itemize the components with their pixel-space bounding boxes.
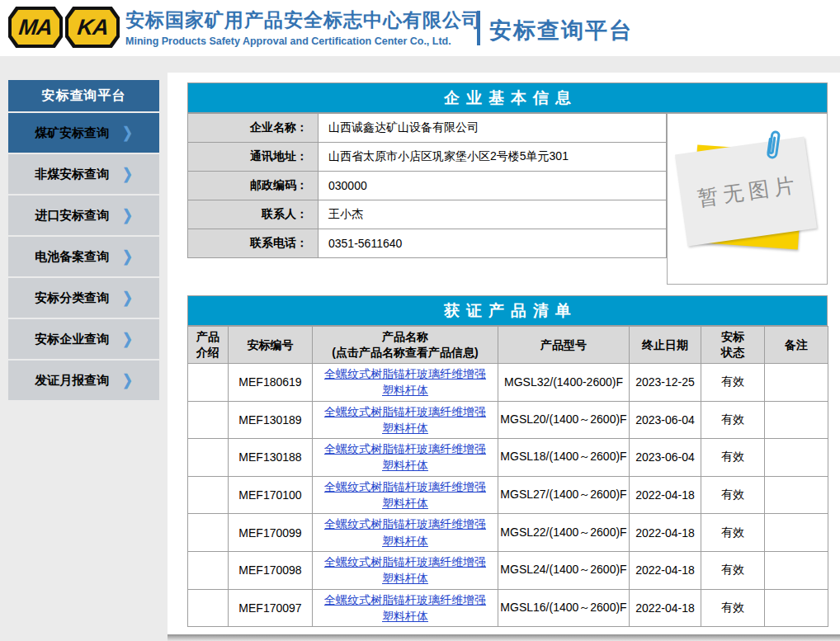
product-table-body: MEF180619全螺纹式树脂锚杆玻璃纤维增强塑料杆体MGSL32/(1400-…: [188, 364, 828, 627]
company-info-section: 企业基本信息 企业名称：山西诚鑫达矿山设备有限公司通讯地址：山西省太原市小店区巩…: [187, 82, 828, 285]
info-row: 联系电话：0351-5611640: [188, 229, 667, 258]
main-panel: 企业基本信息 企业名称：山西诚鑫达矿山设备有限公司通讯地址：山西省太原市小店区巩…: [168, 73, 840, 634]
product-code-cell: MEF170097: [229, 589, 313, 627]
info-row: 联系人：王小杰: [188, 200, 667, 229]
product-enddate-cell: 2022-04-18: [630, 589, 701, 627]
product-status-cell: 有效: [701, 439, 765, 477]
info-label: 企业名称：: [188, 114, 319, 143]
product-list-title: 获证产品清单: [187, 295, 828, 326]
product-enddate-cell: 2022-04-18: [630, 514, 701, 552]
product-table: 产品 介绍安标编号产品名称 (点击产品名称查看产品信息)产品型号终止日期安标 状…: [187, 326, 828, 627]
sidebar-title: 安标查询平台: [8, 80, 159, 111]
product-enddate-cell: 2022-04-18: [630, 551, 701, 589]
product-remark-cell: [765, 589, 828, 627]
chevron-right-icon: ❯: [122, 165, 133, 183]
product-status-cell: 有效: [701, 551, 765, 589]
product-remark-cell: [765, 476, 828, 514]
info-label: 联系电话：: [188, 229, 319, 258]
product-intro-cell: [188, 476, 229, 514]
sidebar-item-4[interactable]: 电池备案查询❯: [8, 237, 159, 276]
product-name-cell: 全螺纹式树脂锚杆玻璃纤维增强塑料杆体: [313, 514, 498, 552]
product-intro-cell: [188, 514, 229, 552]
product-code-cell: MEF180619: [229, 364, 313, 402]
sidebar-item-3[interactable]: 进口安标查询❯: [8, 196, 159, 235]
chevron-right-icon: ❯: [122, 289, 133, 307]
product-name-cell: 全螺纹式树脂锚杆玻璃纤维增强塑料杆体: [313, 589, 498, 627]
product-status-cell: 有效: [701, 401, 765, 439]
product-column-header: 产品型号: [498, 327, 630, 364]
product-code-cell: MEF170099: [229, 514, 313, 552]
product-model-cell: MGSL22/(1400～2600)F: [498, 514, 630, 552]
sidebar-item-5[interactable]: 安标分类查询❯: [8, 278, 159, 318]
product-status-cell: 有效: [701, 589, 765, 627]
info-label: 联系人：: [188, 200, 319, 229]
product-row: MEF130189全螺纹式树脂锚杆玻璃纤维增强塑料杆体MGSL20/(1400～…: [188, 401, 828, 439]
logo-badge-ka: KA: [65, 7, 120, 48]
chevron-right-icon: ❯: [122, 124, 133, 142]
product-table-header-row: 产品 介绍安标编号产品名称 (点击产品名称查看产品信息)产品型号终止日期安标 状…: [188, 327, 828, 364]
platform-title: 安标查询平台: [489, 16, 633, 45]
product-remark-cell: [765, 364, 828, 402]
product-list-section: 获证产品清单 产品 介绍安标编号产品名称 (点击产品名称查看产品信息)产品型号终…: [187, 295, 828, 627]
product-name-link[interactable]: 全螺纹式树脂锚杆玻璃纤维增强塑料杆体: [324, 480, 486, 510]
sidebar-item-6[interactable]: 安标企业查询❯: [8, 319, 159, 359]
sidebar-item-label: 电池备案查询: [35, 249, 109, 265]
info-value: 山西省太原市小店区巩家堡小区2号楼5单元301: [319, 143, 667, 172]
product-name-link[interactable]: 全螺纹式树脂锚杆玻璃纤维增强塑料杆体: [324, 367, 486, 397]
product-remark-cell: [765, 551, 828, 589]
product-code-cell: MEF170100: [229, 476, 313, 514]
product-intro-cell: [188, 364, 229, 402]
product-remark-cell: [765, 439, 828, 477]
chevron-right-icon: ❯: [122, 206, 133, 224]
product-model-cell: MGSL16/(1400～2600)F: [498, 589, 630, 627]
chevron-right-icon: ❯: [122, 247, 133, 266]
product-name-link[interactable]: 全螺纹式树脂锚杆玻璃纤维增强塑料杆体: [324, 555, 486, 585]
info-value: 王小杰: [319, 200, 667, 229]
sidebar-item-label: 安标分类查询: [35, 290, 109, 306]
sidebar-item-7[interactable]: 发证月报查询❯: [8, 361, 159, 400]
product-name-cell: 全螺纹式树脂锚杆玻璃纤维增强塑料杆体: [313, 401, 498, 439]
product-name-link[interactable]: 全螺纹式树脂锚杆玻璃纤维增强塑料杆体: [324, 442, 486, 472]
product-name-link[interactable]: 全螺纹式树脂锚杆玻璃纤维增强塑料杆体: [324, 593, 486, 623]
product-intro-cell: [188, 551, 229, 589]
sidebar-item-label: 安标企业查询: [35, 332, 109, 347]
product-status-cell: 有效: [701, 364, 765, 402]
product-model-cell: MGSL27/(1400～2600)F: [498, 476, 630, 514]
product-name-link[interactable]: 全螺纹式树脂锚杆玻璃纤维增强塑料杆体: [324, 405, 486, 435]
product-remark-cell: [765, 401, 828, 439]
org-name-en: Mining Products Safety Approval and Cert…: [125, 35, 482, 47]
product-row: MEF170099全螺纹式树脂锚杆玻璃纤维增强塑料杆体MGSL22/(1400～…: [188, 514, 828, 552]
org-name-zh: 安标国家矿用产品安全标志中心有限公司: [125, 7, 482, 33]
sidebar-item-label: 发证月报查询: [35, 373, 109, 389]
bottom-gradient-bar: [168, 634, 840, 641]
company-image-placeholder: 暂无图片: [667, 113, 828, 285]
product-row: MEF130188全螺纹式树脂锚杆玻璃纤维增强塑料杆体MGSL18/(1400～…: [188, 439, 828, 477]
product-column-header: 产品名称 (点击产品名称查看产品信息): [313, 327, 498, 364]
sidebar-item-label: 煤矿安标查询: [35, 125, 109, 141]
product-status-cell: 有效: [701, 514, 765, 552]
product-name-link[interactable]: 全螺纹式树脂锚杆玻璃纤维增强塑料杆体: [324, 517, 486, 547]
info-row: 企业名称：山西诚鑫达矿山设备有限公司: [188, 114, 667, 143]
product-enddate-cell: 2022-04-18: [630, 476, 701, 514]
product-model-cell: MGSL24/(1400～2600)F: [498, 551, 630, 589]
product-row: MEF180619全螺纹式树脂锚杆玻璃纤维增强塑料杆体MGSL32/(1400-…: [188, 364, 828, 402]
sidebar-item-1[interactable]: 煤矿安标查询❯: [8, 113, 159, 153]
product-intro-cell: [188, 589, 229, 627]
product-model-cell: MGSL18/(1400～2600)F: [498, 439, 630, 477]
sidebar-item-2[interactable]: 非煤安标查询❯: [8, 154, 159, 194]
product-intro-cell: [188, 401, 229, 439]
placeholder-gray-card: 暂无图片: [675, 137, 817, 247]
sidebar: 安标查询平台 煤矿安标查询❯非煤安标查询❯进口安标查询❯电池备案查询❯安标分类查…: [8, 80, 159, 402]
product-name-cell: 全螺纹式树脂锚杆玻璃纤维增强塑料杆体: [313, 551, 498, 589]
chevron-right-icon: ❯: [122, 330, 133, 348]
product-column-header: 备注: [765, 327, 828, 364]
logo-badge-ka-label: KA: [76, 15, 109, 40]
product-name-cell: 全螺纹式树脂锚杆玻璃纤维增强塑料杆体: [313, 439, 498, 477]
sidebar-item-label: 进口安标查询: [35, 208, 109, 224]
product-row: MEF170098全螺纹式树脂锚杆玻璃纤维增强塑料杆体MGSL24/(1400～…: [188, 551, 828, 589]
logo-badge-ma: MA: [8, 7, 63, 48]
top-header: MA KA 安标国家矿用产品安全标志中心有限公司 Mining Products…: [0, 0, 840, 56]
product-code-cell: MEF130189: [229, 401, 313, 439]
info-value: 山西诚鑫达矿山设备有限公司: [319, 114, 667, 143]
product-remark-cell: [765, 514, 828, 552]
